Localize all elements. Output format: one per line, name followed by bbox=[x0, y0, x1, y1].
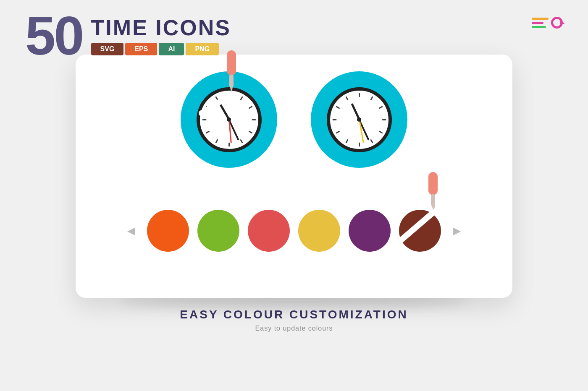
svg-rect-26 bbox=[336, 106, 340, 109]
svg-rect-6 bbox=[248, 106, 252, 109]
badge-ai: AI bbox=[159, 43, 184, 55]
big-number: 50 bbox=[25, 8, 83, 63]
svg-rect-20 bbox=[378, 130, 383, 134]
svg-rect-16 bbox=[359, 93, 360, 97]
format-badges: SVG EPS AI PNG bbox=[91, 43, 231, 55]
footer: EASY COLOUR CUSTOMIZATION Easy to update… bbox=[180, 308, 408, 332]
center-dot-left bbox=[227, 117, 231, 122]
swatches-row: ◀ ▶ bbox=[101, 210, 487, 252]
badge-svg: SVG bbox=[91, 43, 124, 55]
clock-face-right bbox=[327, 87, 392, 152]
clock-bg-left bbox=[181, 71, 277, 168]
swatch-green[interactable] bbox=[197, 210, 239, 252]
clock-bg-right bbox=[311, 71, 407, 168]
svg-rect-17 bbox=[370, 96, 373, 100]
svg-rect-27 bbox=[345, 96, 349, 100]
clock-right bbox=[311, 71, 407, 168]
svg-rect-15 bbox=[215, 96, 218, 100]
swatch-yellow[interactable] bbox=[298, 210, 340, 252]
main-card: ◀ ▶ bbox=[76, 55, 512, 298]
clock-face-left bbox=[197, 87, 262, 152]
logo-line-1 bbox=[532, 18, 549, 20]
svg-rect-13 bbox=[202, 119, 206, 120]
svg-rect-11 bbox=[215, 139, 218, 143]
svg-rect-5 bbox=[240, 96, 243, 100]
svg-rect-7 bbox=[252, 119, 256, 120]
svg-rect-24 bbox=[336, 130, 340, 134]
svg-rect-19 bbox=[382, 119, 386, 120]
header-left: 50 TIME ICONS SVG EPS AI PNG bbox=[25, 13, 231, 63]
svg-rect-9 bbox=[240, 139, 243, 143]
badge-png: PNG bbox=[186, 43, 219, 55]
swatch-purple[interactable] bbox=[349, 210, 391, 252]
svg-rect-8 bbox=[248, 130, 252, 134]
footer-title: EASY COLOUR CUSTOMIZATION bbox=[180, 308, 408, 321]
title-section: TIME ICONS SVG EPS AI PNG bbox=[91, 13, 231, 55]
svg-rect-12 bbox=[205, 130, 210, 134]
nav-left-arrow[interactable]: ◀ bbox=[123, 223, 139, 238]
clock-left bbox=[181, 71, 277, 168]
svg-rect-22 bbox=[359, 142, 360, 146]
svg-rect-4 bbox=[228, 93, 230, 97]
badge-eps: EPS bbox=[125, 43, 157, 55]
svg-rect-29 bbox=[431, 194, 435, 206]
svg-rect-10 bbox=[228, 142, 230, 146]
center-dot-right bbox=[357, 117, 361, 122]
nav-right-arrow[interactable]: ▶ bbox=[449, 223, 465, 238]
logo-line-2 bbox=[532, 22, 543, 24]
logo-icon bbox=[551, 17, 563, 29]
svg-rect-28 bbox=[428, 172, 438, 195]
svg-rect-23 bbox=[345, 139, 349, 143]
header: 50 TIME ICONS SVG EPS AI PNG bbox=[0, 0, 588, 63]
logo-lines bbox=[532, 18, 549, 28]
logo-area bbox=[532, 17, 563, 29]
swatch-orange[interactable] bbox=[147, 210, 189, 252]
svg-rect-25 bbox=[332, 119, 336, 120]
swatch-brown[interactable] bbox=[399, 210, 441, 252]
svg-rect-21 bbox=[370, 139, 373, 143]
footer-subtitle: Easy to update colours bbox=[180, 325, 408, 332]
card-shadow-wrapper: ◀ ▶ bbox=[76, 67, 512, 298]
swatch-red[interactable] bbox=[248, 210, 290, 252]
logo-line-3 bbox=[532, 26, 546, 28]
svg-rect-18 bbox=[378, 106, 383, 109]
svg-rect-14 bbox=[205, 106, 210, 109]
page-title: TIME ICONS bbox=[91, 17, 231, 39]
